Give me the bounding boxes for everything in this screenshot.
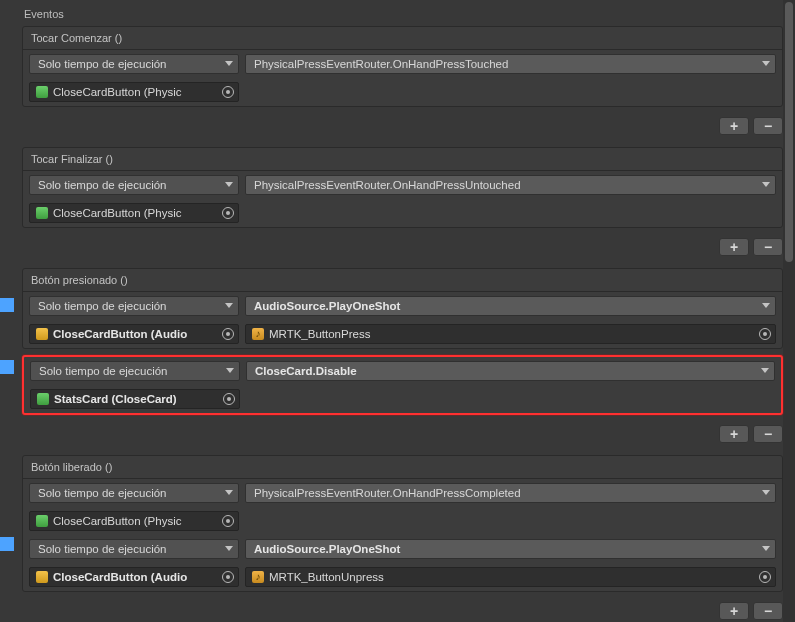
- chevron-down-icon: [225, 490, 233, 495]
- remove-listener-button[interactable]: −: [753, 117, 783, 135]
- override-marker-icon: [0, 537, 14, 551]
- object-picker-icon[interactable]: [222, 207, 234, 219]
- event-header: Botón liberado (): [23, 456, 782, 479]
- runtime-dropdown-label: Solo tiempo de ejecución: [38, 543, 167, 555]
- remove-listener-button[interactable]: −: [753, 425, 783, 443]
- audio-clip-icon: ♪: [252, 328, 264, 340]
- add-listener-button[interactable]: +: [719, 117, 749, 135]
- event-header: Tocar Finalizar (): [23, 148, 782, 171]
- audio-source-icon: [36, 571, 48, 583]
- runtime-dropdown[interactable]: Solo tiempo de ejecución: [29, 296, 239, 316]
- target-object-field[interactable]: CloseCardButton (Audio: [29, 567, 239, 587]
- runtime-dropdown-label: Solo tiempo de ejecución: [38, 487, 167, 499]
- add-listener-button[interactable]: +: [719, 425, 749, 443]
- chevron-down-icon: [225, 303, 233, 308]
- object-picker-icon[interactable]: [222, 571, 234, 583]
- function-label: AudioSource.PlayOneShot: [254, 543, 400, 555]
- add-listener-button[interactable]: +: [719, 238, 749, 256]
- chevron-down-icon: [762, 303, 770, 308]
- target-object-field[interactable]: StatsCard (CloseCard): [30, 389, 240, 409]
- object-picker-icon[interactable]: [759, 328, 771, 340]
- function-dropdown[interactable]: PhysicalPressEventRouter.OnHandPressTouc…: [245, 54, 776, 74]
- event-header: Botón presionado (): [23, 269, 782, 292]
- function-label: PhysicalPressEventRouter.OnHandPressComp…: [254, 487, 521, 499]
- function-label: PhysicalPressEventRouter.OnHandPressUnto…: [254, 179, 521, 191]
- function-dropdown[interactable]: AudioSource.PlayOneShot: [245, 296, 776, 316]
- object-picker-icon[interactable]: [222, 86, 234, 98]
- event-group: Botón liberado () Solo tiempo de ejecuci…: [22, 455, 783, 592]
- event-block-button-pressed: Botón presionado () Solo tiempo de ejecu…: [22, 268, 783, 451]
- remove-listener-button[interactable]: −: [753, 602, 783, 620]
- script-icon: [36, 515, 48, 527]
- object-picker-icon[interactable]: [759, 571, 771, 583]
- script-icon: [36, 207, 48, 219]
- event-header: Tocar Comenzar (): [23, 27, 782, 50]
- audio-clip-icon: ♪: [252, 571, 264, 583]
- event-block-button-released: Botón liberado () Solo tiempo de ejecuci…: [22, 455, 783, 622]
- event-group-highlighted: Solo tiempo de ejecución CloseCard.Disab…: [22, 355, 783, 415]
- runtime-dropdown-label: Solo tiempo de ejecución: [38, 179, 167, 191]
- argument-object-field[interactable]: ♪ MRTK_ButtonUnpress: [245, 567, 776, 587]
- runtime-dropdown[interactable]: Solo tiempo de ejecución: [29, 175, 239, 195]
- target-object-label: CloseCardButton (Audio: [53, 325, 187, 343]
- script-icon: [37, 393, 49, 405]
- target-object-field[interactable]: CloseCardButton (Audio: [29, 324, 239, 344]
- chevron-down-icon: [226, 368, 234, 373]
- chevron-down-icon: [225, 546, 233, 551]
- function-dropdown[interactable]: CloseCard.Disable: [246, 361, 775, 381]
- override-marker-icon: [0, 298, 14, 312]
- target-object-label: CloseCardButton (Physic: [53, 83, 181, 101]
- script-icon: [36, 86, 48, 98]
- function-dropdown[interactable]: AudioSource.PlayOneShot: [245, 539, 776, 559]
- chevron-down-icon: [762, 546, 770, 551]
- event-group: Tocar Finalizar () Solo tiempo de ejecuc…: [22, 147, 783, 228]
- function-dropdown[interactable]: PhysicalPressEventRouter.OnHandPressComp…: [245, 483, 776, 503]
- argument-label: MRTK_ButtonUnpress: [269, 568, 384, 586]
- function-label: AudioSource.PlayOneShot: [254, 300, 400, 312]
- object-picker-icon[interactable]: [222, 515, 234, 527]
- target-object-field[interactable]: CloseCardButton (Physic: [29, 82, 239, 102]
- function-label: PhysicalPressEventRouter.OnHandPressTouc…: [254, 58, 508, 70]
- chevron-down-icon: [762, 182, 770, 187]
- target-object-label: StatsCard (CloseCard): [54, 390, 177, 408]
- chevron-down-icon: [761, 368, 769, 373]
- argument-object-field[interactable]: ♪ MRTK_ButtonPress: [245, 324, 776, 344]
- runtime-dropdown[interactable]: Solo tiempo de ejecución: [29, 539, 239, 559]
- target-object-label: CloseCardButton (Physic: [53, 512, 181, 530]
- runtime-dropdown-label: Solo tiempo de ejecución: [38, 300, 167, 312]
- target-object-label: CloseCardButton (Physic: [53, 204, 181, 222]
- chevron-down-icon: [225, 182, 233, 187]
- add-listener-button[interactable]: +: [719, 602, 749, 620]
- events-section-label: Eventos: [22, 6, 783, 26]
- object-picker-icon[interactable]: [222, 328, 234, 340]
- argument-label: MRTK_ButtonPress: [269, 325, 370, 343]
- runtime-dropdown-label: Solo tiempo de ejecución: [38, 58, 167, 70]
- target-object-label: CloseCardButton (Audio: [53, 568, 187, 586]
- function-dropdown[interactable]: PhysicalPressEventRouter.OnHandPressUnto…: [245, 175, 776, 195]
- runtime-dropdown[interactable]: Solo tiempo de ejecución: [29, 54, 239, 74]
- event-block-touch-start: Tocar Comenzar () Solo tiempo de ejecuci…: [22, 26, 783, 143]
- remove-listener-button[interactable]: −: [753, 238, 783, 256]
- target-object-field[interactable]: CloseCardButton (Physic: [29, 203, 239, 223]
- runtime-dropdown[interactable]: Solo tiempo de ejecución: [29, 483, 239, 503]
- chevron-down-icon: [762, 490, 770, 495]
- runtime-dropdown[interactable]: Solo tiempo de ejecución: [30, 361, 240, 381]
- function-label: CloseCard.Disable: [255, 365, 357, 377]
- override-marker-icon: [0, 360, 14, 374]
- scrollbar-thumb[interactable]: [785, 2, 793, 262]
- audio-source-icon: [36, 328, 48, 340]
- chevron-down-icon: [762, 61, 770, 66]
- runtime-dropdown-label: Solo tiempo de ejecución: [39, 365, 168, 377]
- object-picker-icon[interactable]: [223, 393, 235, 405]
- event-group: Tocar Comenzar () Solo tiempo de ejecuci…: [22, 26, 783, 107]
- event-block-touch-end: Tocar Finalizar () Solo tiempo de ejecuc…: [22, 147, 783, 264]
- target-object-field[interactable]: CloseCardButton (Physic: [29, 511, 239, 531]
- chevron-down-icon: [225, 61, 233, 66]
- event-group: Botón presionado () Solo tiempo de ejecu…: [22, 268, 783, 349]
- scrollbar-track[interactable]: [783, 0, 795, 622]
